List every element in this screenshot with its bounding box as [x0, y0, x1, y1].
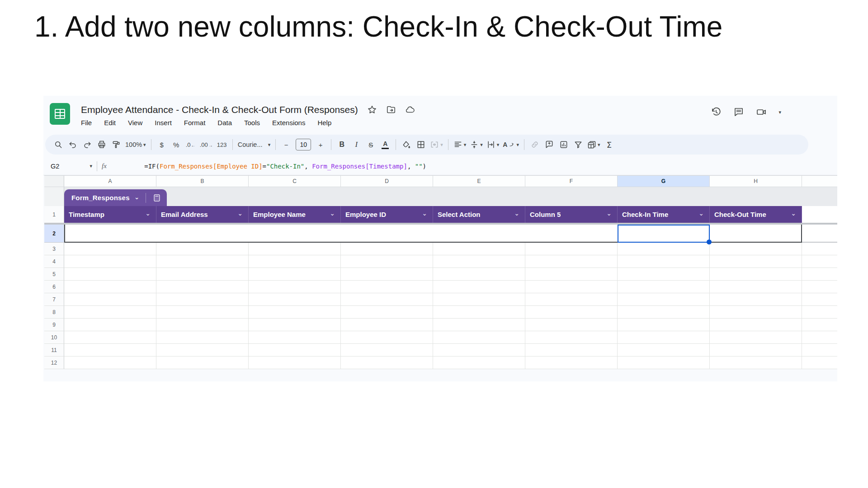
text-rotation-button[interactable]: A ▾ — [501, 137, 520, 152]
format-percent-button[interactable]: % — [170, 137, 183, 152]
menu-data[interactable]: Data — [217, 119, 232, 127]
column-header-g-selected[interactable]: G — [618, 176, 710, 187]
table-header-timestamp[interactable]: Timestamp⌄ — [64, 206, 156, 223]
cell-partial-2[interactable] — [802, 225, 837, 243]
row-cells[interactable] — [64, 268, 837, 281]
row-cells[interactable] — [64, 243, 837, 255]
table-header-employee-id[interactable]: Employee ID⌄ — [341, 206, 433, 223]
formula-input[interactable]: =IF(Form_Responses[Employee ID]="Check-I… — [114, 155, 426, 177]
chevron-down-icon[interactable]: ⌄ — [330, 210, 335, 217]
paint-format-button[interactable] — [109, 137, 123, 152]
table-header-select-action[interactable]: Select Action⌄ — [433, 206, 525, 223]
text-color-button[interactable]: A — [378, 137, 392, 152]
star-icon[interactable] — [367, 105, 377, 115]
create-filter-button[interactable] — [571, 137, 585, 152]
row-header-4[interactable]: 4 — [44, 255, 64, 268]
row-header-10[interactable]: 10 — [44, 331, 64, 344]
table-header-check-out-time[interactable]: Check-Out Time⌄ — [710, 206, 802, 223]
menu-help[interactable]: Help — [317, 119, 331, 127]
print-button[interactable] — [95, 137, 108, 152]
borders-button[interactable] — [414, 137, 428, 152]
increase-font-size-button[interactable]: + — [314, 137, 327, 152]
chevron-down-icon[interactable]: ⌄ — [791, 210, 796, 217]
table-name-tab[interactable]: Form_Responses ⌄ — [64, 189, 167, 206]
chevron-down-icon[interactable]: ⌄ — [698, 210, 704, 217]
row-cells[interactable] — [64, 306, 837, 319]
font-size-input[interactable]: 10 — [296, 139, 311, 150]
row-cells[interactable] — [64, 331, 837, 344]
row-cells[interactable] — [64, 319, 837, 331]
row-header-1[interactable]: 1 — [44, 206, 64, 223]
menu-insert[interactable]: Insert — [155, 119, 172, 127]
column-header-c[interactable]: C — [249, 176, 341, 187]
row-cells[interactable] — [64, 344, 837, 357]
name-box[interactable]: G2 ▾ — [47, 163, 96, 170]
text-wrap-button[interactable]: ▾ — [485, 137, 501, 152]
row-cells[interactable] — [64, 281, 837, 293]
column-header-h[interactable]: H — [710, 176, 802, 187]
decrease-decimal-button[interactable]: .0← — [184, 137, 198, 152]
menu-file[interactable]: File — [81, 119, 92, 127]
table-menu-chevron-icon[interactable]: ⌄ — [134, 193, 140, 201]
cloud-status-icon[interactable] — [405, 105, 415, 115]
chevron-down-icon[interactable]: ⌄ — [237, 210, 243, 217]
bold-button[interactable]: B — [335, 137, 349, 152]
chevron-down-icon[interactable]: ⌄ — [422, 210, 427, 217]
menu-extensions[interactable]: Extensions — [272, 119, 305, 127]
cells-a2-f2[interactable] — [64, 225, 618, 243]
column-header-a[interactable]: A — [64, 176, 156, 187]
insert-comment-button[interactable] — [542, 137, 556, 152]
move-folder-icon[interactable] — [386, 105, 396, 115]
row-header-6[interactable]: 6 — [44, 281, 64, 293]
decrease-font-size-button[interactable]: − — [279, 137, 293, 152]
table-header-employee-name[interactable]: Employee Name⌄ — [249, 206, 341, 223]
insert-link-button[interactable] — [528, 137, 542, 152]
table-header-email-address[interactable]: Email Address⌄ — [156, 206, 249, 223]
redo-button[interactable] — [80, 137, 94, 152]
chevron-down-icon[interactable]: ⌄ — [514, 210, 519, 217]
column-header-d[interactable]: D — [341, 176, 433, 187]
row-header-5[interactable]: 5 — [44, 268, 64, 281]
italic-button[interactable]: I — [349, 137, 363, 152]
zoom-select[interactable]: 100% ▾ — [124, 137, 147, 152]
font-select[interactable]: Courie... ▾ — [236, 137, 272, 152]
cell-h2[interactable] — [710, 225, 802, 243]
column-header-f[interactable]: F — [525, 176, 618, 187]
select-all-corner[interactable] — [44, 176, 64, 187]
row-cells[interactable] — [64, 255, 837, 268]
table-calculator-icon[interactable] — [152, 193, 161, 202]
row-cells[interactable] — [64, 357, 837, 369]
meet-camera-icon[interactable] — [756, 107, 767, 117]
row-header-2-selected[interactable]: 2 — [44, 225, 64, 243]
row-header-3[interactable]: 3 — [44, 243, 64, 255]
row-header-7[interactable]: 7 — [44, 293, 64, 306]
fill-color-button[interactable] — [400, 137, 413, 152]
sheets-logo-icon[interactable] — [50, 103, 70, 125]
horizontal-align-button[interactable]: ▾ — [452, 137, 468, 152]
chevron-down-icon[interactable]: ⌄ — [145, 210, 151, 217]
insert-chart-button[interactable] — [557, 137, 571, 152]
menu-format[interactable]: Format — [184, 119, 206, 127]
chevron-down-icon[interactable]: ⌄ — [606, 210, 612, 217]
row-cells[interactable] — [64, 293, 837, 306]
row-header-8[interactable]: 8 — [44, 306, 64, 319]
meet-dropdown-arrow-icon[interactable]: ▾ — [778, 110, 781, 115]
row-header-9[interactable]: 9 — [44, 319, 64, 331]
table-header-check-in-time[interactable]: Check-In Time⌄ — [618, 206, 710, 223]
selected-cell-g2[interactable] — [618, 225, 710, 243]
comment-history-icon[interactable] — [733, 107, 744, 117]
search-menus-button[interactable] — [52, 137, 65, 152]
menu-edit[interactable]: Edit — [104, 119, 116, 127]
fill-handle[interactable] — [707, 239, 712, 244]
table-header-column-5[interactable]: Column 5⌄ — [525, 206, 618, 223]
more-formats-button[interactable]: 123 — [215, 137, 229, 152]
format-currency-button[interactable]: $ — [155, 137, 169, 152]
column-header-partial[interactable] — [802, 176, 837, 187]
version-history-icon[interactable] — [711, 107, 722, 117]
menu-tools[interactable]: Tools — [244, 119, 260, 127]
vertical-align-button[interactable]: ▾ — [468, 137, 484, 152]
undo-button[interactable] — [66, 137, 80, 152]
column-header-e[interactable]: E — [433, 176, 525, 187]
column-header-b[interactable]: B — [156, 176, 249, 187]
menu-view[interactable]: View — [128, 119, 142, 127]
